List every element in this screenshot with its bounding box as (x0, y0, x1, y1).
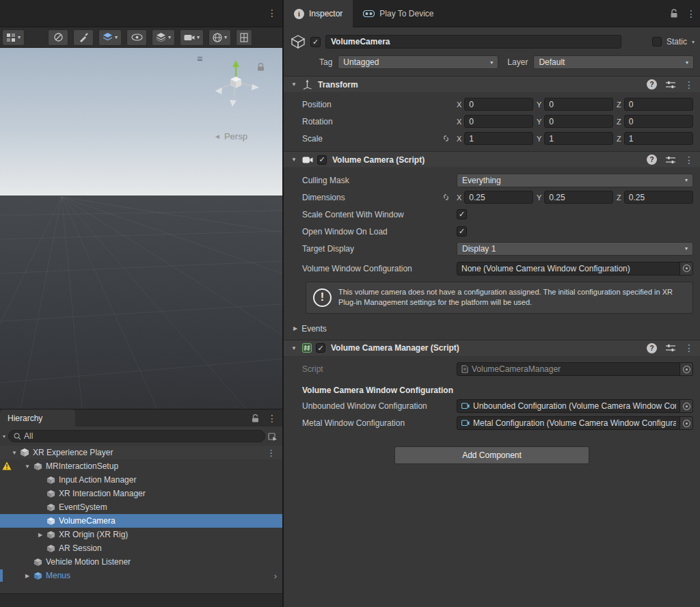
unbounded-config-field[interactable]: Unbounded Configuration (Volume Camera W… (457, 399, 693, 413)
paint-tool-button[interactable] (73, 29, 94, 46)
rotation-z-field[interactable]: 0 (624, 115, 693, 128)
scene-visibility-layers-button[interactable]: ▾ (98, 29, 122, 46)
hierarchy-menu-icon[interactable]: ⋮ (267, 414, 277, 423)
fold-open-icon[interactable]: ▼ (10, 450, 19, 456)
tab-inspector[interactable]: i Inspector (284, 0, 353, 27)
axis-x-label: X (457, 193, 461, 202)
grid-settings-button[interactable] (236, 29, 252, 46)
tag-label: Tag (319, 57, 332, 67)
component-menu-icon[interactable]: ⋮ (684, 155, 694, 165)
static-caret-icon[interactable]: ▾ (692, 39, 695, 45)
hierarchy-item-xr-interaction-manager[interactable]: XR Interaction Manager (0, 487, 282, 500)
inspector-menu-icon[interactable]: ⋮ (686, 9, 696, 18)
hierarchy-item-volumecamera[interactable]: VolumeCamera (0, 514, 282, 528)
gameobject-name-input[interactable]: VolumeCamera (325, 35, 621, 49)
volume-window-config-field[interactable]: None (Volume Camera Window Configuration… (457, 262, 693, 275)
layers-button[interactable]: ▾ (152, 29, 175, 46)
script-field[interactable]: VolumeCameraManager (457, 362, 693, 376)
lock-icon[interactable] (670, 9, 678, 18)
scale-z-field[interactable]: 1 (624, 132, 693, 145)
xr-player-icon (19, 448, 30, 457)
object-picker-icon[interactable] (679, 262, 692, 275)
presets-icon[interactable] (666, 81, 675, 89)
fold-open-icon[interactable]: ▼ (23, 463, 32, 470)
help-icon[interactable]: ? (647, 79, 657, 90)
dimensions-y-field[interactable]: 0.25 (544, 191, 613, 204)
prefab-open-chevron-icon[interactable]: › (274, 571, 277, 581)
fold-closed-icon[interactable]: ▶ (23, 573, 32, 579)
hierarchy-lock-icon[interactable] (252, 414, 259, 423)
orientation-gizmo[interactable] (202, 55, 277, 130)
help-icon[interactable]: ? (647, 154, 657, 165)
layer-dropdown[interactable]: Default ▾ (533, 55, 694, 69)
gameobject-active-checkbox[interactable]: ✓ (310, 37, 321, 47)
object-picker-icon[interactable] (679, 400, 692, 412)
hierarchy-item-input-action-manager[interactable]: Input Action Manager (0, 473, 282, 487)
hierarchy-item-menus[interactable]: ▶ Menus › (0, 569, 282, 582)
culling-mask-dropdown[interactable]: Everything ▾ (457, 174, 693, 187)
volume-camera-manager-header[interactable]: ▼ ✓ Volume Camera Manager (Script) ? ⋮ (284, 340, 700, 357)
component-menu-icon[interactable]: ⋮ (684, 343, 694, 353)
tag-dropdown[interactable]: Untagged ▾ (338, 55, 498, 69)
metal-config-value: Metal Configuration (Volume Camera Windo… (473, 418, 676, 428)
search-filter-caret-icon[interactable]: ▾ (3, 433, 5, 440)
rotation-x-field[interactable]: 0 (464, 115, 533, 128)
camera-settings-button[interactable]: ▾ (180, 29, 204, 46)
position-z-field[interactable]: 0 (624, 98, 693, 111)
scene-view-toolbar: ▾ ▾ ▾ ▾ ▾ (0, 27, 282, 48)
target-display-dropdown[interactable]: Display 1 ▾ (457, 242, 693, 256)
volume-camera-header[interactable]: ▼ ✓ Volume Camera (Script) ? ⋮ (284, 151, 700, 168)
position-y-field[interactable]: 0 (544, 98, 613, 111)
static-checkbox[interactable] (652, 37, 662, 46)
prefab-cube-icon (32, 571, 43, 580)
hierarchy-item-xr-origin[interactable]: ▶ XR Origin (XR Rig) (0, 528, 282, 541)
axis-y-label: Y (537, 118, 541, 126)
presets-icon[interactable] (666, 344, 675, 352)
scene-options-icon[interactable]: ⋮ (267, 448, 275, 458)
tool-settings-button[interactable]: ▾ (2, 29, 25, 46)
scale-content-checkbox[interactable]: ✓ (457, 209, 467, 219)
disable-picking-button[interactable] (48, 29, 68, 46)
persp-text: Persp (224, 131, 247, 141)
scene-view[interactable]: ≡ ◄ Persp (0, 48, 282, 409)
component-enabled-checkbox[interactable]: ✓ (317, 155, 327, 165)
hierarchy-item-ar-session[interactable]: AR Session (0, 541, 282, 555)
fold-open-icon[interactable]: ▼ (291, 345, 298, 351)
gameobject-cube-icon (45, 489, 56, 498)
add-component-button[interactable]: Add Component (394, 446, 589, 464)
events-foldout[interactable]: ▶ Events (284, 319, 700, 338)
hierarchy-item-eventsystem[interactable]: EventSystem (0, 500, 282, 514)
help-icon[interactable]: ? (647, 343, 657, 353)
tab-play-to-device[interactable]: Play To Device (353, 0, 444, 27)
fold-open-icon[interactable]: ▼ (291, 81, 298, 87)
scale-x-field[interactable]: 1 (464, 132, 533, 145)
tab-hierarchy[interactable]: Hierarchy (0, 409, 75, 427)
position-x-field[interactable]: 0 (464, 98, 533, 111)
perspective-label[interactable]: ◄ Persp (214, 131, 247, 141)
fold-closed-icon[interactable]: ▶ (36, 532, 45, 538)
object-picker-icon[interactable] (679, 417, 692, 429)
component-menu-icon[interactable]: ⋮ (684, 80, 694, 90)
hierarchy-item-xr-experience-player[interactable]: ▼ XR Experience Player ⋮ (0, 446, 282, 459)
dimensions-x-field[interactable]: 0.25 (464, 191, 533, 204)
unlink-icon[interactable] (442, 134, 450, 143)
open-window-checkbox[interactable]: ✓ (457, 226, 467, 237)
pick-object-icon[interactable] (268, 432, 280, 441)
hierarchy-search-input[interactable]: All (8, 430, 265, 442)
fold-open-icon[interactable]: ▼ (291, 157, 298, 163)
unlink-icon[interactable] (442, 193, 450, 202)
scale-y-field[interactable]: 1 (544, 132, 613, 145)
left-pane-menu-icon[interactable]: ⋮ (267, 8, 277, 18)
transform-header[interactable]: ▼ Transform ? ⋮ (284, 76, 700, 93)
presets-icon[interactable] (666, 156, 675, 164)
hierarchy-item-vehicle-motion-listener[interactable]: Vehicle Motion Listener (0, 555, 282, 569)
hierarchy-item-mrinteractionsetup[interactable]: ▼ MRInteractionSetup (0, 459, 282, 473)
metal-config-field[interactable]: Metal Configuration (Volume Camera Windo… (457, 416, 693, 430)
component-enabled-checkbox[interactable]: ✓ (316, 343, 325, 353)
rotation-y-field[interactable]: 0 (544, 115, 613, 128)
scene-effects-button[interactable]: ▾ (208, 29, 231, 46)
dimensions-z-field[interactable]: 0.25 (624, 191, 693, 204)
hierarchy-item-label: Menus (46, 571, 70, 580)
object-picker-icon[interactable] (679, 363, 692, 375)
scene-visibility-eye-button[interactable] (126, 29, 147, 46)
